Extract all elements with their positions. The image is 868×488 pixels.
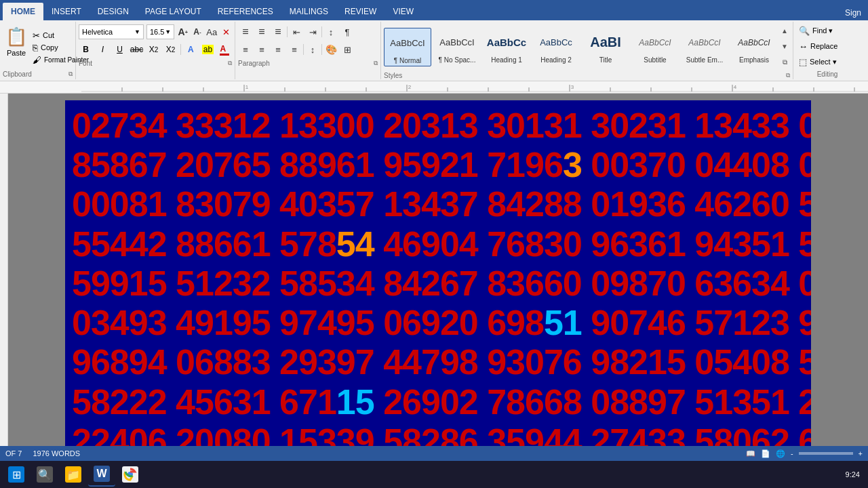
status-left: OF 7 1976 WORDS xyxy=(5,449,80,458)
style-emphasis[interactable]: AaBbCcI Emphasis xyxy=(730,28,778,66)
status-bar: OF 7 1976 WORDS 📖 📄 🌐 - + xyxy=(0,446,868,461)
style-subtle-em[interactable]: AaBbCcI Subtle Em... xyxy=(681,28,728,66)
increase-font-button[interactable]: A+ xyxy=(177,24,189,39)
font-group-label[interactable]: Font ⧉ xyxy=(79,58,232,67)
ruler-content[interactable]: 1 2 3 4 xyxy=(81,81,868,93)
style-heading2[interactable]: AaBbCc Heading 2 xyxy=(532,28,580,66)
italic-button[interactable]: I xyxy=(96,42,110,57)
font-size-selector[interactable]: 16.5 ▼ xyxy=(146,24,174,39)
tab-home[interactable]: HOME xyxy=(3,3,43,20)
sort-button[interactable]: ↕ xyxy=(323,24,338,39)
increase-indent-button[interactable]: ⇥ xyxy=(305,24,320,39)
paste-button[interactable]: 📋 Paste xyxy=(3,23,30,69)
tab-design[interactable]: DESIGN xyxy=(90,3,137,20)
text-effects-button[interactable]: A xyxy=(184,42,198,57)
format-painter-icon: 🖌 xyxy=(33,55,41,65)
decrease-font-button[interactable]: A- xyxy=(191,24,203,39)
bold-button[interactable]: B xyxy=(79,42,93,57)
taskbar-search[interactable]: 🔍 xyxy=(31,462,58,487)
change-case-button[interactable]: Aa xyxy=(206,24,218,39)
underline-button[interactable]: U xyxy=(113,42,127,57)
styles-content: AaBbCcI ¶ Normal AaBbCcI ¶ No Spac... Aa… xyxy=(384,23,790,70)
sign-button[interactable]: Sign xyxy=(838,5,868,20)
content-area: 02734 33312 13300 20313 30131 30231 1343… xyxy=(0,94,868,446)
left-margin xyxy=(0,94,8,446)
clipboard-expand-icon: ⧉ xyxy=(68,70,73,78)
cut-label: Cut xyxy=(43,31,54,39)
align-right-button[interactable]: ≡ xyxy=(271,42,285,57)
bullets-button[interactable]: ≡ xyxy=(238,24,253,39)
decrease-indent-button[interactable]: ⇤ xyxy=(289,24,304,39)
font-selector[interactable]: Helvetica ▼ xyxy=(79,24,144,39)
tab-insert[interactable]: INSERT xyxy=(43,3,90,20)
style-subtitle[interactable]: AaBbCcI Subtitle xyxy=(631,28,679,66)
svg-text:3: 3 xyxy=(571,84,574,90)
tab-review[interactable]: REVIEW xyxy=(336,3,384,20)
numbering-button[interactable]: ≡ xyxy=(254,24,269,39)
tab-mailings[interactable]: MAILINGS xyxy=(281,3,336,20)
print-layout-icon[interactable]: 📄 xyxy=(761,449,770,458)
styles-expand-icon: ⧉ xyxy=(786,72,790,79)
gallery-scroll-up[interactable]: ▲ xyxy=(779,24,790,38)
tab-references[interactable]: REFERENCES xyxy=(210,3,281,20)
style-normal[interactable]: AaBbCcI ¶ Normal xyxy=(384,28,431,66)
find-button[interactable]: 🔍 Find ▾ xyxy=(796,24,859,37)
ruler-svg: 1 2 3 4 xyxy=(81,82,868,93)
style-no-spacing[interactable]: AaBbCcI ¶ No Spac... xyxy=(433,28,481,66)
taskbar-word[interactable]: W xyxy=(88,462,115,487)
strikethrough-button[interactable]: abc xyxy=(130,42,144,57)
font-color-button[interactable]: A xyxy=(218,42,232,57)
justify-button[interactable]: ≡ xyxy=(287,42,302,57)
shading-button[interactable]: 🎨 xyxy=(323,42,338,57)
zoom-out-button[interactable]: - xyxy=(791,449,793,458)
text-highlight-button[interactable]: ab xyxy=(201,42,215,57)
styles-group: AaBbCcI ¶ Normal AaBbCcI ¶ No Spac... Aa… xyxy=(381,22,793,79)
taskbar-start[interactable]: ⊞ xyxy=(3,462,30,487)
styles-group-label[interactable]: Styles ⧉ xyxy=(384,70,790,79)
sep5 xyxy=(321,44,322,55)
line-8: 58222 45631 67115 26902 78668 08897 5135… xyxy=(72,382,804,422)
align-left-button[interactable]: ≡ xyxy=(238,42,253,57)
web-layout-icon[interactable]: 🌐 xyxy=(776,449,785,458)
borders-button[interactable]: ⊞ xyxy=(340,42,355,57)
superscript-button[interactable]: X2 xyxy=(163,42,178,57)
line-7: 96894 06883 29397 44798 93076 98215 0540… xyxy=(72,342,804,382)
explorer-icon: 📁 xyxy=(65,466,81,483)
clear-format-button[interactable]: ✕ xyxy=(220,24,232,39)
doc-content: 02734 33312 13300 20313 30131 30231 1343… xyxy=(65,100,811,446)
style-title[interactable]: AaBI Title xyxy=(582,28,629,66)
page-info: OF 7 xyxy=(5,449,22,458)
zoom-in-button[interactable]: + xyxy=(859,449,863,458)
read-mode-icon[interactable]: 📖 xyxy=(746,449,755,458)
taskbar-chrome[interactable] xyxy=(117,462,144,487)
gallery-scroll-controls: ▲ ▼ ⧉ xyxy=(779,23,790,70)
replace-button[interactable]: ↔ Replace xyxy=(796,40,859,53)
tab-view[interactable]: VIEW xyxy=(384,3,422,20)
word-count: 1976 WORDS xyxy=(33,449,80,458)
line-9: 22406 20080 15339 58286 35944 27433 5806… xyxy=(72,422,804,446)
taskbar-explorer[interactable]: 📁 xyxy=(60,462,87,487)
paragraph-group-label[interactable]: Paragraph ⧉ xyxy=(238,58,378,67)
find-icon: 🔍 xyxy=(799,26,810,36)
select-button[interactable]: ⬚ Select ▾ xyxy=(796,56,859,68)
style-heading1[interactable]: AaBbCc Heading 1 xyxy=(483,28,530,66)
multilevel-button[interactable]: ≡ xyxy=(271,24,285,39)
align-center-button[interactable]: ≡ xyxy=(254,42,269,57)
doc-page: 02734 33312 13300 20313 30131 30231 1343… xyxy=(65,100,811,446)
line-spacing-button[interactable]: ↕ xyxy=(305,42,320,57)
clipboard-content: 📋 Paste ✂ Cut ⎘ Copy 🖌 xyxy=(3,23,73,69)
status-right: 📖 📄 🌐 - + xyxy=(746,449,863,458)
gallery-scroll-down[interactable]: ▼ xyxy=(779,40,790,54)
clipboard-group-label[interactable]: Clipboard ⧉ xyxy=(3,69,73,78)
line-4: 55442 88661 57854 46904 76830 96361 9435… xyxy=(72,224,804,264)
font-dropdown-icon: ▼ xyxy=(134,28,140,35)
tab-page-layout[interactable]: PAGE LAYOUT xyxy=(137,3,210,20)
ribbon-tabs: HOME INSERT DESIGN PAGE LAYOUT REFERENCE… xyxy=(0,0,868,20)
font-row1: Helvetica ▼ 16.5 ▼ A+ A- Aa ✕ xyxy=(79,23,232,41)
show-marks-button[interactable]: ¶ xyxy=(340,24,355,39)
zoom-slider[interactable] xyxy=(799,452,853,455)
document-area[interactable]: 02734 33312 13300 20313 30131 30231 1343… xyxy=(8,94,868,446)
subscript-button[interactable]: X2 xyxy=(146,42,161,57)
gallery-expand[interactable]: ⧉ xyxy=(779,56,790,69)
editing-content: 🔍 Find ▾ ↔ Replace ⬚ Select ▾ xyxy=(796,23,859,69)
